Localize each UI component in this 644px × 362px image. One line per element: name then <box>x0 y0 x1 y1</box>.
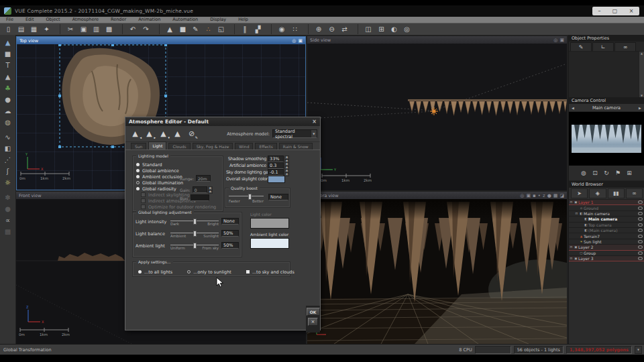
radiosity-gain-value[interactable]: 0 <box>193 186 207 193</box>
zoom-out-icon[interactable]: ⊖ <box>326 24 337 34</box>
snapshot-icon[interactable]: ▣ <box>526 193 531 198</box>
collect-scene-icon[interactable]: ✦ <box>41 24 52 34</box>
camera-viewport[interactable]: Camera view ◎▣▪•z●▦◪ <box>307 192 567 344</box>
camera-control-header[interactable]: Camera Control <box>569 97 644 104</box>
ambient-light-color-swatch[interactable] <box>250 238 289 249</box>
previous-camera-button[interactable]: ◀ <box>569 106 577 110</box>
spinner[interactable]: ▲▼ <box>284 156 289 162</box>
radio-icon[interactable] <box>136 187 140 190</box>
apply-option[interactable]: ...to sky and clouds <box>246 269 294 275</box>
vegetation-icon[interactable]: ♣ <box>1 82 14 94</box>
visibility-icon[interactable] <box>638 229 643 232</box>
visibility-icon[interactable] <box>638 245 643 249</box>
zoom-view-icon[interactable]: ◎ <box>292 38 296 44</box>
spinner[interactable]: ▲▼ <box>284 169 289 176</box>
apply-option[interactable]: ...only to sunlight <box>187 269 231 275</box>
cancel-button[interactable]: × <box>308 318 318 326</box>
expander-icon[interactable]: ⊟ <box>569 257 574 260</box>
tree-row[interactable]: ⊟ ▣ Layer 3 <box>569 256 644 261</box>
depth-icon[interactable]: z <box>543 193 545 198</box>
dialog-close-button[interactable]: × <box>312 119 317 125</box>
visibility-icon[interactable] <box>638 223 643 227</box>
lighting-model-option[interactable]: Standard <box>133 162 223 168</box>
visibility-icon[interactable] <box>638 217 643 221</box>
heightfield-terrain-icon[interactable]: ▲ <box>1 37 14 48</box>
camera-view-header[interactable]: Camera view ◎▣▪•z●▦◪ <box>307 192 567 199</box>
single-view-icon[interactable]: ◫ <box>358 24 374 34</box>
visibility-icon[interactable] <box>638 235 643 238</box>
orbit-camera-icon[interactable]: ◍ <box>578 168 590 178</box>
tree-row[interactable]: ▢ Group <box>569 251 644 256</box>
radio-icon[interactable] <box>136 181 140 184</box>
current-camera-label[interactable]: Main camera <box>577 105 636 111</box>
material-editor-icon[interactable]: ∴ <box>203 24 214 34</box>
menu-item[interactable]: Render <box>105 17 132 23</box>
spinner[interactable]: ▲▼ <box>284 162 289 169</box>
lighting-model-option[interactable]: Global ambience <box>133 168 223 174</box>
spinner[interactable]: ▲▼ <box>208 186 213 193</box>
maximize-view-icon[interactable]: ▣ <box>559 38 564 43</box>
alpha-plane-icon[interactable]: ◧ <box>1 143 14 154</box>
duplicate-icon[interactable]: ▩ <box>103 24 115 34</box>
load-atmosphere-icon[interactable]: ▲▾ <box>157 128 170 139</box>
option-mark-icon[interactable] <box>246 270 250 274</box>
light-color-swatch[interactable] <box>250 218 289 229</box>
side-view-canvas[interactable]: Z Y 0m 1km 2km <box>307 44 567 190</box>
text-object-icon[interactable]: T <box>1 60 14 71</box>
side-view-header[interactable]: Side view ◎▣ <box>307 36 567 44</box>
options-icon[interactable]: ▪ <box>533 193 536 198</box>
planet-icon[interactable]: ◍ <box>1 117 14 128</box>
tree-row[interactable]: ◧ Main camera <box>569 217 644 222</box>
radio-icon[interactable] <box>136 175 140 178</box>
save-atmosphere-icon[interactable]: ▲ <box>171 128 184 139</box>
sphere-preview-icon[interactable]: ● <box>547 193 551 198</box>
visibility-icon[interactable] <box>638 240 643 243</box>
save-scene-icon[interactable]: ▦ <box>28 24 40 34</box>
dialog-tab[interactable]: Clouds <box>168 143 190 149</box>
object-properties-header[interactable]: Object Properties <box>569 35 644 42</box>
menu-item[interactable]: Atmosphere <box>66 17 105 23</box>
camera-preview[interactable] <box>569 112 644 166</box>
atmosphere-globe-icon[interactable]: ◉ <box>271 24 288 34</box>
align-objects-icon[interactable]: ‖ <box>234 24 251 34</box>
tree-row[interactable]: ⊟ ◧ Main camera <box>569 211 644 217</box>
zoom-view-icon[interactable]: ◎ <box>553 38 557 43</box>
paint-overlay-icon[interactable]: ◪ <box>559 193 564 198</box>
open-scene-icon[interactable]: ▤ <box>15 24 27 34</box>
adjustment-value[interactable]: 50% <box>221 242 239 249</box>
cut-icon[interactable]: ✂ <box>60 24 76 34</box>
quad-view-icon[interactable]: ⊞ <box>376 24 387 34</box>
redo-icon[interactable]: ↷ <box>140 24 152 34</box>
radio-icon[interactable] <box>136 163 140 166</box>
group-icon[interactable]: ▩ <box>1 226 14 237</box>
menu-item[interactable]: Animation <box>132 17 166 23</box>
menu-item[interactable]: Object <box>40 17 66 23</box>
visibility-icon[interactable] <box>638 212 643 215</box>
metacloud-icon[interactable]: ☁ <box>1 105 14 117</box>
adjustment-value[interactable]: None <box>221 218 239 225</box>
flag-camera-icon[interactable]: ⚑ <box>612 168 624 178</box>
field-value[interactable]: 33% <box>268 156 284 162</box>
edit-path-icon[interactable]: ✎ <box>190 24 201 34</box>
visibility-icon[interactable] <box>638 206 643 210</box>
visibility-icon[interactable] <box>638 257 643 260</box>
render-display-icon[interactable]: ◐ <box>388 24 400 34</box>
zoom-view-icon[interactable]: ◎ <box>520 193 524 198</box>
expander-icon[interactable]: ⊟ <box>574 212 579 215</box>
numerics-tab-icon[interactable]: ∟ <box>592 42 614 51</box>
ok-button[interactable]: OK <box>307 308 320 316</box>
bezier-curve-icon[interactable]: ∿ <box>1 131 14 143</box>
adjustment-slider[interactable] <box>170 232 219 234</box>
animation-wizard-icon[interactable]: ◱ <box>215 24 227 34</box>
dialog-tab[interactable]: Wind <box>235 143 253 149</box>
checkbox-icon[interactable] <box>141 192 146 197</box>
field-value[interactable]: 0.3 <box>268 162 284 169</box>
dialog-tab[interactable]: Rain & Snow <box>279 143 313 149</box>
links-tab-icon[interactable]: ∞ <box>626 188 643 198</box>
rock-icon[interactable]: ● <box>1 94 14 105</box>
dialog-tab[interactable]: Sky, Fog & Haze <box>193 143 233 149</box>
zoom-in-icon[interactable]: ⊕ <box>308 24 325 34</box>
adjustment-slider[interactable] <box>170 220 219 222</box>
statistics-tab-icon[interactable]: ▮▮ <box>608 188 625 198</box>
close-button[interactable]: × <box>629 7 634 15</box>
